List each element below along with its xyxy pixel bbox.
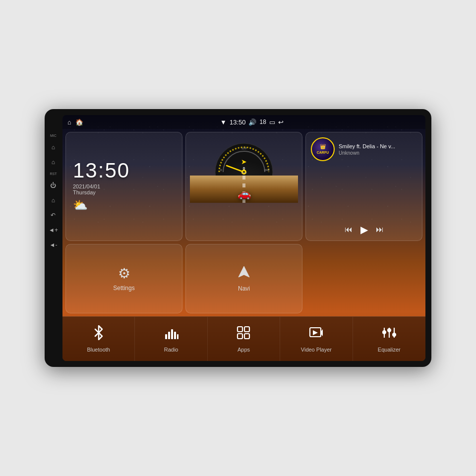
weather-section: ⛅	[73, 198, 175, 212]
weather-icon: ⛅	[73, 198, 88, 212]
music-title: Smiley ft. Delia - Ne v...	[339, 143, 417, 149]
clock-widget[interactable]: 13:50 2021/04/01 Thursday ⛅	[65, 132, 182, 241]
status-center: ▼ 13:50 🔊 18 ▭ ↩	[220, 119, 284, 126]
svg-text:0: 0	[243, 166, 245, 171]
svg-text:120: 120	[241, 147, 247, 150]
mic-label: MIC	[50, 134, 57, 137]
bottom-item-equalizer[interactable]: Equalizer	[353, 317, 425, 361]
power-side-btn[interactable]: ⏻	[50, 180, 56, 190]
svg-text:km/h: km/h	[241, 171, 247, 174]
bluetooth-label: Bluetooth	[87, 347, 110, 353]
screen: ⌂ 🏠 ▼ 13:50 🔊 18 ▭ ↩ 13:50 2021/04/01 Th…	[62, 115, 425, 361]
music-info: Smiley ft. Delia - Ne v... Unknown	[339, 143, 417, 156]
svg-text:240: 240	[264, 169, 270, 172]
home3-side-btn[interactable]: ⌂	[52, 195, 55, 205]
volume-icon: 🔊	[248, 119, 256, 126]
home-icon[interactable]: ⌂	[67, 119, 71, 126]
road-scene: 🚗	[190, 176, 298, 203]
rst-label: RST	[50, 172, 57, 176]
radio-label: Radio	[164, 347, 178, 353]
svg-marker-22	[313, 330, 318, 335]
speedo-gauge-svg: 0 120 240 ➤ 0 km/h	[214, 138, 274, 176]
equalizer-label: Equalizer	[378, 347, 401, 353]
back-icon[interactable]: ↩	[278, 119, 284, 126]
vol-up-btn[interactable]: ◄+	[49, 225, 58, 235]
music-artist: Unknown	[339, 150, 417, 156]
settings-widget[interactable]: ⚙ Settings	[65, 244, 182, 314]
road-bg: 🚗	[190, 176, 298, 203]
clock-day: Thursday	[73, 189, 175, 195]
video-icon	[309, 325, 324, 344]
vol-down-btn[interactable]: ◄-	[50, 240, 58, 250]
navi-icon	[237, 265, 251, 282]
svg-rect-14	[174, 332, 176, 339]
clock-date: 2021/04/01	[73, 183, 175, 189]
main-content: 13:50 2021/04/01 Thursday ⛅	[62, 129, 425, 316]
side-buttons: MIC ⌂ ⌂ RST ⏻ ⌂ ↶ ◄+ ◄-	[49, 134, 58, 250]
battery-icon: ▭	[269, 119, 275, 126]
music-widget[interactable]: 👑 CARFU Smiley ft. Delia - Ne v... Unkno…	[305, 132, 422, 241]
home-side-btn[interactable]: ⌂	[52, 142, 55, 152]
status-time: 13:50	[230, 119, 246, 126]
status-left: ⌂ 🏠	[67, 119, 83, 126]
settings-label: Settings	[113, 285, 134, 292]
car-icon: 🚗	[238, 187, 251, 200]
svg-marker-10	[238, 266, 249, 277]
navi-widget[interactable]: Navi	[185, 244, 302, 314]
volume-level: 18	[259, 119, 266, 125]
equalizer-icon	[382, 325, 397, 344]
svg-text:➤: ➤	[241, 158, 247, 166]
svg-rect-12	[168, 332, 170, 339]
device-outer: MIC ⌂ ⌂ RST ⏻ ⌂ ↶ ◄+ ◄- ⌂ 🏠 ▼ 13:50 🔊 18…	[45, 109, 431, 367]
svg-rect-19	[244, 334, 249, 339]
radio-icon	[164, 325, 178, 344]
album-art: 👑 CARFU	[311, 137, 335, 161]
album-crown: 👑	[317, 144, 329, 149]
svg-rect-15	[177, 334, 178, 339]
bottom-item-apps[interactable]: Apps	[208, 317, 280, 361]
bottom-item-video[interactable]: Video Player	[280, 317, 353, 361]
music-controls: ⏮ ▶ ⏭	[311, 224, 417, 236]
bluetooth-icon	[91, 325, 106, 344]
svg-rect-11	[165, 334, 167, 339]
bottom-item-bluetooth[interactable]: Bluetooth	[62, 317, 135, 361]
bottom-bar: Bluetooth Radio	[62, 316, 425, 361]
settings-icon: ⚙	[118, 265, 130, 282]
clock-time: 13:50	[73, 160, 175, 181]
back-side-btn[interactable]: ↶	[51, 210, 56, 220]
video-label: Video Player	[301, 347, 332, 353]
next-btn[interactable]: ⏭	[376, 225, 384, 234]
prev-btn[interactable]: ⏮	[345, 225, 353, 234]
bottom-item-radio[interactable]: Radio	[135, 317, 207, 361]
music-top: 👑 CARFU Smiley ft. Delia - Ne v... Unkno…	[311, 137, 417, 161]
album-art-inner: 👑 CARFU	[317, 144, 329, 155]
svg-rect-16	[238, 327, 242, 332]
speedometer-widget[interactable]: 0 120 240 ➤ 0 km/h	[185, 132, 302, 241]
house-icon[interactable]: 🏠	[75, 119, 83, 126]
svg-rect-13	[171, 329, 173, 339]
album-label: CARFU	[317, 151, 329, 154]
navi-label: Navi	[238, 285, 250, 292]
home2-side-btn[interactable]: ⌂	[52, 157, 55, 167]
status-bar: ⌂ 🏠 ▼ 13:50 🔊 18 ▭ ↩	[62, 115, 425, 129]
wifi-icon: ▼	[220, 119, 227, 126]
speedo-container: 0 120 240 ➤ 0 km/h	[190, 136, 298, 237]
apps-icon	[236, 325, 251, 344]
play-btn[interactable]: ▶	[360, 224, 368, 236]
svg-rect-17	[244, 327, 249, 332]
apps-label: Apps	[238, 347, 250, 353]
svg-rect-18	[238, 334, 242, 339]
